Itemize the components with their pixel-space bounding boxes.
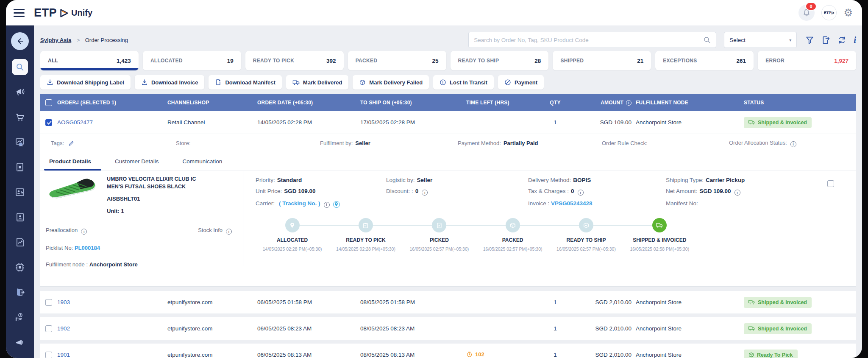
fulfillment-timeline: ALLOCATED14/05/2025 02:28 PM(+05:30) REA… xyxy=(256,218,696,252)
col-qty: QTY xyxy=(530,100,581,106)
invoice-label: Invoice : xyxy=(528,200,549,207)
discount-info-icon[interactable] xyxy=(422,190,428,196)
filter-select-dropdown[interactable]: Select ▾ xyxy=(724,32,797,48)
timeline-step-picked: PICKED16/05/2025 02:57 PM(+05:30) xyxy=(403,218,476,252)
picklist-link[interactable]: PL000184 xyxy=(75,245,100,251)
download-invoice-button[interactable]: Download Invoice xyxy=(135,75,205,90)
main-content: Sylphy Asia > Order Processing Select ▾ … xyxy=(34,25,862,358)
order-number-link[interactable]: 1903 xyxy=(57,299,70,305)
net-amount-info-icon[interactable] xyxy=(734,190,740,196)
export-icon[interactable] xyxy=(821,36,830,45)
lost-in-transit-button[interactable]: Lost In Transit xyxy=(433,75,494,90)
carrier-info-icon[interactable] xyxy=(324,202,330,208)
breadcrumb: Sylphy Asia > Order Processing xyxy=(40,36,128,44)
table-row[interactable]: 1901 etpunifystore.com 06/05/2025 08:13 … xyxy=(40,344,856,358)
sidebar-item-reports[interactable] xyxy=(12,234,28,250)
breadcrumb-current: Order Processing xyxy=(85,37,128,43)
product-shirt-icon xyxy=(15,162,25,172)
tracking-number-link[interactable]: ( Tracking No. ) xyxy=(279,200,320,207)
tab-communication[interactable]: Communication xyxy=(180,158,225,171)
sidebar-item-analytics[interactable] xyxy=(12,134,28,150)
breadcrumb-parent-link[interactable]: Sylphy Asia xyxy=(40,37,71,43)
tab-ready-to-ship[interactable]: READY TO SHIP28 xyxy=(451,51,549,70)
hamburger-menu-icon[interactable] xyxy=(14,9,25,17)
sidebar-item-marketing[interactable] xyxy=(12,334,28,350)
truck-icon xyxy=(292,79,300,86)
ready-to-pick-box-icon xyxy=(748,352,754,358)
tab-exceptions[interactable]: EXCEPTIONS261 xyxy=(655,51,754,70)
filter-funnel-icon[interactable] xyxy=(805,36,814,45)
tab-shipped[interactable]: SHIPPED21 xyxy=(553,51,651,70)
clock-icon xyxy=(466,351,473,358)
chip-icon xyxy=(15,262,25,272)
sidebar-item-integrations[interactable] xyxy=(12,259,28,275)
download-manifest-button[interactable]: Download Manifest xyxy=(209,75,281,90)
table-row[interactable]: 1903 etpunifystore.com 06/05/2025 01:58 … xyxy=(40,291,856,313)
table-row[interactable]: 1902 etpunifystore.com 06/05/2025 08:23 … xyxy=(40,317,856,340)
picklist-label: Picklist No: xyxy=(46,245,73,251)
sidebar-item-contacts[interactable] xyxy=(12,209,28,225)
settings-gear-icon[interactable]: ⚙ xyxy=(843,8,853,18)
tab-packed[interactable]: PACKED25 xyxy=(348,51,446,70)
order-search-input[interactable] xyxy=(474,37,703,43)
user-avatar[interactable]: ETP xyxy=(821,5,837,20)
sidebar-item-payouts[interactable] xyxy=(12,309,28,325)
status-badge: Shipped & Invoiced xyxy=(744,297,812,308)
sidebar-item-customers[interactable] xyxy=(12,184,28,200)
sidebar-item-promotions[interactable] xyxy=(12,84,28,100)
amount-info-icon[interactable]: i xyxy=(626,100,632,106)
fulfilment-by-value: Seller xyxy=(355,140,370,146)
mark-delivery-failed-button[interactable]: Mark Delivery Failed xyxy=(353,75,429,90)
order-number-link[interactable]: AOSG052477 xyxy=(57,119,93,126)
sidebar-item-fulfillment[interactable] xyxy=(12,284,28,300)
stock-info-icon[interactable] xyxy=(226,229,232,235)
breadcrumb-separator: > xyxy=(77,37,80,43)
preallocation-info-icon[interactable] xyxy=(81,229,87,235)
detail-tabs: Product Details Customer Details Communi… xyxy=(40,152,856,171)
search-magnifier-icon[interactable] xyxy=(703,36,711,44)
sidebar-item-orders[interactable] xyxy=(12,109,28,125)
row-checkbox[interactable] xyxy=(45,325,52,332)
megaphone2-icon xyxy=(15,337,25,347)
download-shipping-label-button[interactable]: Download Shipping Label xyxy=(40,75,131,90)
monitor-chart-icon xyxy=(15,137,25,147)
logo-unify-text: Unify xyxy=(71,8,92,18)
cart-icon xyxy=(15,112,25,122)
timeline-step-ready-to-ship: READY TO SHIP16/05/2025 02:57 PM(+05:30) xyxy=(549,218,623,252)
sidebar-item-search[interactable] xyxy=(12,59,28,75)
allocation-info-icon[interactable] xyxy=(790,141,796,147)
row-checkbox[interactable] xyxy=(45,299,52,306)
tab-all[interactable]: ALL1,423 xyxy=(40,51,139,70)
product-name: UMBRO VELOCITA ELIXIR CLUB IC MEN'S FUTS… xyxy=(107,175,209,190)
order-number-link[interactable]: 1901 xyxy=(57,352,70,358)
invoice-link[interactable]: VPSG05243428 xyxy=(551,200,593,207)
box-check-icon xyxy=(579,218,593,232)
order-number-link[interactable]: 1902 xyxy=(57,325,70,332)
payment-button[interactable]: Payment xyxy=(498,75,544,90)
notifications-button[interactable]: 0 xyxy=(798,5,815,21)
tab-error[interactable]: ERROR1,927 xyxy=(758,51,856,70)
mark-delivered-button[interactable]: Mark Delivered xyxy=(286,75,349,90)
collapse-back-button[interactable] xyxy=(11,32,29,50)
shipped-truck-icon xyxy=(748,299,755,305)
truck-icon xyxy=(652,218,667,232)
product-sku: AISBSHLT01 xyxy=(107,196,209,202)
tab-allocated[interactable]: ALLOCATED19 xyxy=(143,51,241,70)
info-icon[interactable]: i xyxy=(854,35,856,45)
tax-info-icon[interactable] xyxy=(578,190,584,196)
table-row[interactable]: AOSG052477 Retail Channel 14/05/2025 02:… xyxy=(40,111,856,134)
timeline-step-allocated: ALLOCATED14/05/2025 02:28 PM(+05:30) xyxy=(256,218,329,252)
edit-tags-pencil-icon[interactable] xyxy=(68,140,74,146)
logo-play-icon xyxy=(59,8,69,18)
row-checkbox[interactable] xyxy=(45,119,52,126)
location-pin-icon[interactable] xyxy=(333,201,340,208)
shipped-truck-icon xyxy=(748,120,755,125)
sidebar-item-products[interactable] xyxy=(12,159,28,175)
tab-customer-details[interactable]: Customer Details xyxy=(112,158,161,171)
row-checkbox[interactable] xyxy=(45,352,52,358)
tab-product-details[interactable]: Product Details xyxy=(47,158,94,171)
tab-ready-to-pick[interactable]: READY TO PICK392 xyxy=(245,51,344,70)
refresh-icon[interactable] xyxy=(837,36,846,45)
detail-checkbox[interactable] xyxy=(827,180,834,187)
select-all-checkbox[interactable] xyxy=(45,99,52,106)
